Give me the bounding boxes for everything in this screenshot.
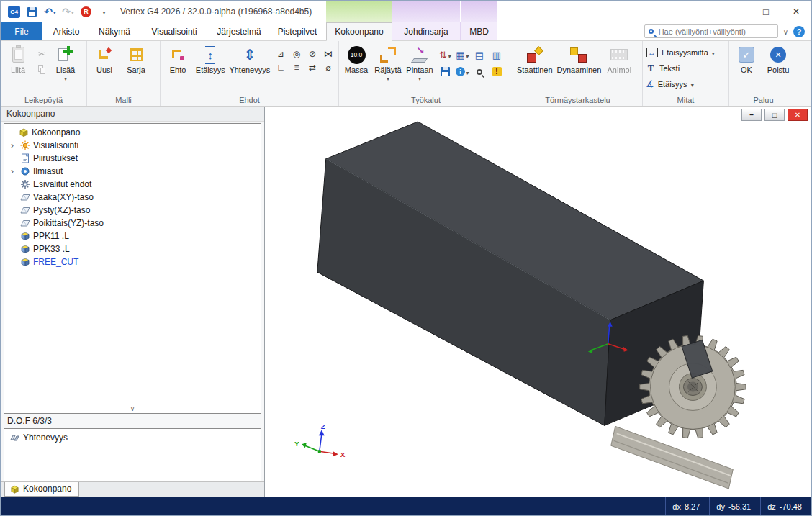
- tree-item[interactable]: Kokoonpano: [4, 126, 261, 139]
- mdi-close-button[interactable]: [788, 109, 808, 121]
- parallel-constraint-icon[interactable]: ≡: [289, 60, 304, 74]
- tree-item[interactable]: ›Ilmiasut: [4, 165, 261, 178]
- diameter-constraint-icon[interactable]: ⌀: [320, 60, 336, 74]
- tree-item-label: Visualisointi: [33, 140, 78, 150]
- tree-item[interactable]: Poikittais(YZ)-taso: [4, 217, 261, 230]
- ribbon: Liitä Lisää Leikepöytä Uusi: [1, 41, 811, 107]
- expander-icon[interactable]: ›: [7, 167, 17, 176]
- dynamic-collision-label: Dynaaminen: [557, 66, 602, 74]
- text-button[interactable]: Teksti: [646, 61, 680, 75]
- expander-icon[interactable]: ›: [7, 141, 17, 150]
- panel-tab-kokoonpano[interactable]: Kokoonpano: [4, 482, 79, 497]
- close-button[interactable]: [781, 1, 811, 22]
- search-input[interactable]: [657, 27, 774, 37]
- cut-button[interactable]: [35, 47, 49, 60]
- tree-item[interactable]: PPK11 .L: [4, 230, 261, 243]
- appearance-icon: [20, 166, 30, 176]
- tangent-constraint-icon[interactable]: ⊘: [304, 47, 320, 60]
- ok-button[interactable]: OK: [731, 43, 762, 74]
- dropdown-arrow-icon[interactable]: [418, 76, 421, 81]
- quick-access-menu-button[interactable]: [95, 3, 113, 20]
- coincidence-constraint-button[interactable]: Yhtenevyys: [228, 43, 271, 74]
- distance-measure-button[interactable]: Etäisyysmitta: [646, 45, 715, 59]
- swap-constraint-icon[interactable]: ⇄: [304, 60, 320, 74]
- tab-kokoonpano[interactable]: Kokoonpano: [326, 22, 392, 41]
- tab-arkisto[interactable]: Arkisto: [42, 22, 90, 40]
- tab-jarjestelma[interactable]: Järjestelmä: [209, 22, 269, 40]
- add-part-button[interactable]: Lisää: [50, 43, 81, 81]
- shaft-part[interactable]: [611, 426, 734, 489]
- tab-johdinsarja[interactable]: Johdinsarja: [392, 22, 460, 40]
- dropdown-arrow-icon[interactable]: [712, 48, 715, 57]
- beam-part[interactable]: [317, 122, 704, 425]
- help-button[interactable]: [793, 26, 805, 37]
- undo-button[interactable]: [41, 3, 59, 20]
- copy-button[interactable]: [35, 63, 49, 77]
- mass-button[interactable]: 10.0 Massa: [341, 43, 371, 74]
- symmetry-constraint-icon[interactable]: ⋈: [320, 47, 336, 60]
- triad-x-label: X: [340, 451, 346, 458]
- info-button[interactable]: [454, 63, 471, 80]
- minimize-button[interactable]: [721, 1, 751, 22]
- series-button[interactable]: Sarja: [121, 43, 151, 74]
- tree-item-label: Piirustukset: [33, 153, 78, 163]
- panels-button[interactable]: ▥: [488, 47, 505, 63]
- tree-item[interactable]: ›Visualisointi: [4, 139, 261, 152]
- tab-pistepilvet[interactable]: Pistepilvet: [269, 22, 326, 40]
- ribbon-group-back: OK Poistu Paluu: [729, 41, 798, 106]
- dropdown-arrow-icon[interactable]: [64, 76, 67, 81]
- explode-label: Räjäytä: [374, 66, 401, 74]
- tree-item[interactable]: FREE_CUT: [4, 255, 261, 268]
- search-box[interactable]: [644, 24, 778, 38]
- tab-mbd[interactable]: MBD: [460, 22, 497, 40]
- exit-button[interactable]: Poistu: [763, 43, 793, 74]
- compare-button[interactable]: ▤: [471, 47, 488, 63]
- ribbon-group-model: Uusi Sarja Malli: [87, 41, 161, 106]
- tree-item[interactable]: Pysty(XZ)-taso: [4, 204, 261, 217]
- paste-label: Liitä: [11, 66, 25, 74]
- perpendicular-constraint-icon[interactable]: ∟: [273, 60, 289, 74]
- renumber-button[interactable]: ⇅: [436, 47, 454, 63]
- dropdown-arrow-icon[interactable]: [691, 80, 694, 89]
- dropdown-arrow-icon[interactable]: [387, 76, 389, 81]
- maximize-button[interactable]: [751, 1, 781, 22]
- tab-file[interactable]: File: [1, 22, 42, 40]
- mdi-minimize-button[interactable]: [741, 109, 762, 121]
- dynamic-collision-button[interactable]: Dynaaminen: [556, 43, 603, 74]
- distance-dim-button[interactable]: Etäisyys: [646, 77, 694, 91]
- tab-visualisointi[interactable]: Visualisointi: [139, 22, 209, 40]
- distance-constraint-button[interactable]: Etäisyys: [194, 43, 227, 74]
- viewport-3d[interactable]: Z Y X: [265, 107, 811, 497]
- static-collision-button[interactable]: Staattinen: [515, 43, 554, 74]
- concentric-constraint-icon[interactable]: ◎: [289, 47, 304, 60]
- animate-button[interactable]: Animoi: [604, 43, 634, 74]
- group-label-dimensions: Mitat: [643, 95, 728, 106]
- tree-item[interactable]: Vaaka(XY)-taso: [4, 191, 261, 204]
- redo-button[interactable]: [59, 3, 77, 20]
- tree-item[interactable]: Yhtenevyys: [4, 431, 261, 444]
- tree-item[interactable]: Esivalitut ehdot: [4, 178, 261, 191]
- save-small-button[interactable]: [436, 63, 454, 80]
- zoom-question-button[interactable]: [471, 63, 488, 80]
- paste-button[interactable]: Liitä: [3, 43, 33, 74]
- explode-button[interactable]: Räjäytä: [373, 43, 403, 81]
- tree-collapse-handle[interactable]: [4, 404, 261, 413]
- dropdown-arrow-icon: [466, 50, 469, 60]
- record-button[interactable]: R: [77, 3, 95, 20]
- warning-button[interactable]: [488, 63, 505, 80]
- 3d-scene[interactable]: Z Y X: [265, 107, 811, 497]
- tab-nakyma[interactable]: Näkymä: [90, 22, 139, 40]
- new-button[interactable]: Uusi: [89, 43, 119, 74]
- tree-item[interactable]: Piirustukset: [4, 152, 261, 165]
- contextual-group-highlight-green: [326, 1, 392, 22]
- save-button[interactable]: [23, 3, 41, 20]
- angle-constraint-icon[interactable]: ⊿: [273, 47, 289, 60]
- tree-item[interactable]: PPK33 .L: [4, 243, 261, 255]
- mdi-restore-button[interactable]: [764, 109, 785, 121]
- table-button[interactable]: ▦: [454, 47, 471, 63]
- constraint-button[interactable]: Ehto: [163, 43, 193, 74]
- undo-dropdown-icon[interactable]: [53, 6, 56, 17]
- to-surface-button[interactable]: Pintaan: [405, 43, 435, 81]
- ribbon-collapse-icon[interactable]: [783, 27, 788, 37]
- dof-status: D.O.F 6/3/3: [1, 414, 264, 428]
